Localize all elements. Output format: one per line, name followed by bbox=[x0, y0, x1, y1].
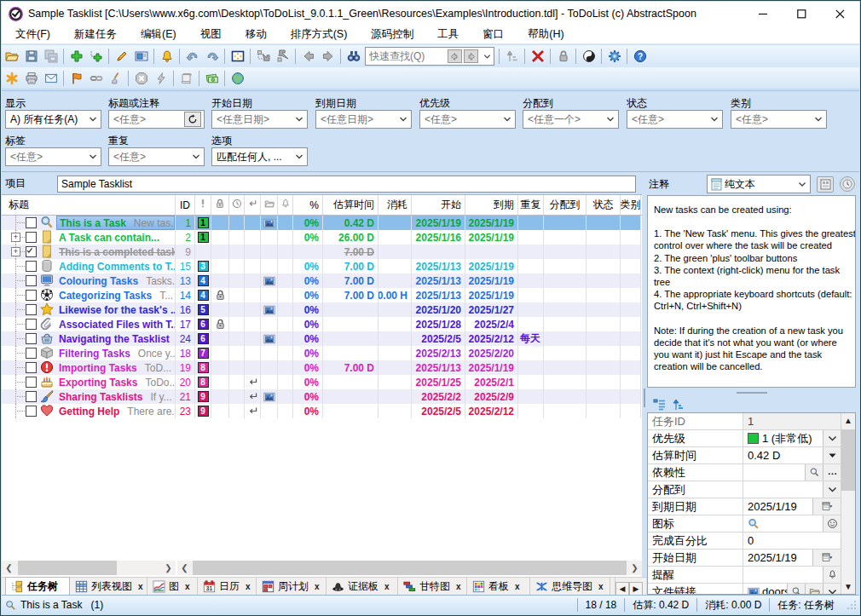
task-row-23[interactable]: Getting HelpThere are... 2390%2025/2/520… bbox=[2, 404, 642, 418]
chevron-down-button[interactable] bbox=[823, 430, 841, 446]
task-row-19[interactable]: Importing TasksToD... 1980%7.00 D2025/1/… bbox=[2, 360, 642, 375]
maximize-button[interactable] bbox=[783, 2, 821, 26]
browse-ellipsis-button[interactable] bbox=[823, 464, 841, 481]
task-title-cell[interactable]: Likewise for the task's ... bbox=[2, 302, 176, 317]
close-tab-icon[interactable]: x bbox=[246, 582, 251, 591]
close-tab-icon[interactable]: x bbox=[598, 582, 604, 591]
filter-combo[interactable]: <任意日期> bbox=[211, 110, 308, 129]
tab-周计划[interactable]: 周计划x bbox=[257, 578, 326, 596]
tab-甘特图[interactable]: 甘特图x bbox=[398, 578, 467, 596]
tabs-scroll-right[interactable]: ▶ bbox=[629, 582, 643, 596]
attribute-value-cell[interactable]: 1 (非常低) bbox=[743, 430, 823, 446]
task-checkbox[interactable] bbox=[26, 391, 37, 402]
attribute-value-cell[interactable]: 0.42 D bbox=[743, 447, 823, 463]
chevron-down-icon[interactable] bbox=[480, 52, 494, 61]
maximize-tasklist-button[interactable] bbox=[253, 47, 273, 66]
task-checkbox[interactable] bbox=[26, 246, 37, 257]
sort-button[interactable] bbox=[502, 47, 522, 66]
filter-combo[interactable]: <任意> bbox=[5, 147, 101, 166]
column-header-title[interactable]: 标题 bbox=[2, 195, 176, 215]
flag-button[interactable] bbox=[66, 69, 86, 88]
column-header-到期[interactable]: 到期 bbox=[465, 195, 518, 215]
maximize-comments-button[interactable] bbox=[273, 47, 292, 66]
task-row-2[interactable]: + A Task can contain... 210%26.00 D2025/… bbox=[2, 230, 642, 245]
task-checkbox[interactable] bbox=[26, 406, 37, 417]
back-button[interactable] bbox=[298, 47, 318, 66]
comments-splitter[interactable] bbox=[647, 389, 856, 396]
task-row-17[interactable]: Associated Files with T... 1760%2025/1/2… bbox=[2, 317, 642, 331]
calendar-dropdown-button[interactable] bbox=[812, 498, 841, 515]
task-title-cell[interactable]: Adding Comments to T... bbox=[2, 259, 176, 273]
task-title-cell[interactable]: Associated Files with T... bbox=[2, 317, 176, 331]
tab-任务树[interactable]: 任务树 bbox=[5, 577, 70, 596]
scroll-left-icon[interactable]: ❮ bbox=[2, 561, 16, 575]
close-tab-icon[interactable]: x bbox=[456, 582, 461, 591]
menu-8[interactable]: 窗口 bbox=[471, 25, 516, 44]
column-header-priority[interactable] bbox=[195, 195, 211, 215]
help-button[interactable]: ? bbox=[630, 47, 650, 66]
task-checkbox[interactable] bbox=[26, 333, 37, 344]
task-title-cell[interactable]: Filtering TasksOnce y... bbox=[2, 346, 176, 360]
task-checkbox[interactable] bbox=[26, 217, 37, 228]
task-checkbox[interactable] bbox=[26, 319, 37, 330]
refresh-icon[interactable] bbox=[184, 112, 201, 127]
task-row-18[interactable]: Filtering TasksOnce y... 1870%2025/2/132… bbox=[2, 346, 642, 360]
send-email-button[interactable] bbox=[41, 69, 61, 88]
task-title-cell[interactable]: Getting HelpThere are... bbox=[2, 404, 176, 418]
attribute-value-cell[interactable]: 2025/1/19 bbox=[743, 498, 812, 515]
menu-2[interactable]: 编辑(E) bbox=[129, 25, 188, 44]
minimize-button[interactable] bbox=[744, 2, 783, 26]
cleanup-button[interactable] bbox=[106, 69, 125, 88]
print-button[interactable] bbox=[21, 69, 41, 88]
task-title-cell[interactable]: Exporting TasksToDo... bbox=[2, 375, 176, 389]
column-header-开始[interactable]: 开始 bbox=[412, 195, 465, 215]
task-title-cell[interactable]: + A Task can contain... bbox=[2, 230, 176, 245]
chevron-down-button[interactable] bbox=[823, 584, 841, 594]
menu-4[interactable]: 移动 bbox=[234, 25, 279, 44]
tab-看板[interactable]: 看板x bbox=[467, 578, 530, 596]
filter-combo[interactable]: <任意> bbox=[731, 110, 827, 129]
menu-7[interactable]: 工具 bbox=[425, 25, 471, 44]
scroll-up-icon[interactable]: ▲ bbox=[841, 413, 855, 428]
reminder-button[interactable] bbox=[157, 47, 176, 66]
task-row-24[interactable]: Navigating the Tasklist 2460%2025/2/5202… bbox=[2, 331, 642, 346]
task-row-20[interactable]: Exporting TasksToDo... 2080%2025/1/25202… bbox=[2, 375, 642, 389]
scroll-left-icon[interactable]: ❮ bbox=[177, 561, 192, 575]
tab-思维导图[interactable]: 思维导图x bbox=[530, 578, 610, 596]
menu-0[interactable]: 文件(F) bbox=[3, 25, 62, 44]
menu-6[interactable]: 源码控制 bbox=[359, 25, 425, 44]
password-lock-button[interactable] bbox=[553, 47, 573, 66]
task-checkbox[interactable] bbox=[26, 362, 37, 373]
tab-图[interactable]: 图x bbox=[147, 578, 198, 596]
task-title-cell[interactable]: Colouring TasksTasks... bbox=[2, 273, 176, 288]
task-checkbox[interactable] bbox=[26, 377, 37, 388]
filter-combo[interactable]: <任意> bbox=[419, 110, 516, 129]
quick-find-combo[interactable]: 快速查找(Q) bbox=[365, 47, 494, 66]
task-checkbox[interactable] bbox=[26, 275, 37, 286]
menu-9[interactable]: 帮助(H) bbox=[516, 25, 575, 44]
project-input[interactable]: Sample Tasklist bbox=[57, 176, 636, 193]
close-tab-icon[interactable]: x bbox=[315, 582, 320, 591]
comments-history-button[interactable] bbox=[840, 176, 855, 192]
menu-5[interactable]: 排序方式(S) bbox=[279, 25, 360, 44]
new-task-button[interactable] bbox=[66, 47, 86, 66]
close-tab-icon[interactable]: x bbox=[515, 582, 520, 591]
menu-3[interactable]: 视图 bbox=[188, 25, 234, 44]
new-tasklist-button[interactable] bbox=[2, 69, 21, 88]
task-title-cell[interactable]: + This is a completed task bbox=[2, 245, 176, 259]
tab-日历[interactable]: 31日历x bbox=[198, 578, 257, 596]
task-row-16[interactable]: Likewise for the task's ... 1650%2025/1/… bbox=[2, 302, 642, 317]
new-subtask-button[interactable] bbox=[86, 47, 106, 66]
maximize-view-button[interactable] bbox=[228, 47, 247, 66]
scroll-down-icon[interactable]: ▼ bbox=[841, 579, 855, 594]
filter-combo[interactable]: 匹配任何人, ... bbox=[211, 147, 308, 166]
column-header-filelink[interactable] bbox=[261, 195, 278, 215]
close-tab-icon[interactable]: x bbox=[138, 582, 143, 591]
icon-picker-button[interactable] bbox=[823, 515, 841, 532]
attribute-value-cell[interactable]: 1 bbox=[743, 413, 841, 429]
tab-证据板[interactable]: 证据板x bbox=[326, 578, 398, 596]
close-tab-icon[interactable]: x bbox=[384, 582, 390, 591]
close-tab-icon[interactable]: x bbox=[185, 582, 190, 591]
scroll-right-icon[interactable]: ❯ bbox=[627, 561, 642, 575]
filter-combo[interactable]: <任意> bbox=[108, 147, 205, 166]
